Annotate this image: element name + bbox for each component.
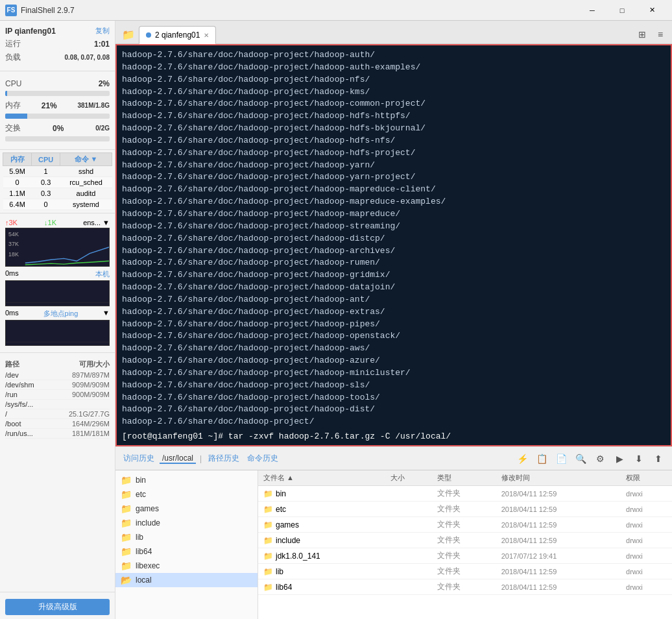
folder-button[interactable]: 📁 [118,25,139,43]
terminal-toolbar: 访问历史 /usr/local | 路径历史 命令历史 ⚡ 📋 📄 🔍 ⚙ ▶ … [115,446,672,470]
fm-folder-item[interactable]: 📁bin [115,473,258,487]
disk-row: /dev897M/897M [5,370,110,380]
terminal-line: hadoop-2.7.6/share/doc/hadoop-project/ha… [122,208,666,221]
tab-label: 2 qianfeng01 [155,30,200,40]
terminal-line: hadoop-2.7.6/share/doc/hadoop-project/ha… [122,269,666,282]
lightning-button[interactable]: ⚡ [514,450,531,467]
fm-file-perm: drwxi [621,486,672,502]
ip-section: IP qianfeng01 复制 运行 1:01 负载 0.08, 0.07, … [0,21,115,68]
fm-file-date: 2018/04/11 12:59 [496,502,621,517]
fm-file-date: 2017/07/12 19:41 [496,548,621,564]
proc-col-cpu[interactable]: CPU [32,153,60,166]
settings-button[interactable]: ⚙ [592,450,608,467]
maximize-button[interactable]: □ [607,0,637,21]
copy-tb-button[interactable]: 📋 [533,450,550,467]
fm-file-row[interactable]: 📁lib 文件夹 2018/04/11 12:59 drwxi [258,564,672,579]
fm-file-name: 📁bin [258,486,385,502]
fm-col-name[interactable]: 文件名 ▲ [258,470,385,486]
upgrade-button[interactable]: 升级高级版 [5,599,110,615]
fm-file-type: 文件夹 [432,517,496,533]
fm-folder-item[interactable]: 📁lib64 [115,544,258,559]
fm-file-row[interactable]: 📁etc 文件夹 2018/04/11 12:59 drwxi [258,502,672,517]
path-history-link[interactable]: 路径历史 [206,453,242,464]
disk-col-size: 可用/大小 [79,359,110,369]
net-interface: ens... ▼ [83,219,110,226]
folder-icon: 📁 [121,561,132,571]
fm-file-type: 文件夹 [432,502,496,517]
fm-file-row[interactable]: 📁jdk1.8.0_141 文件夹 2017/07/12 19:41 drwxi [258,548,672,564]
fm-file-row[interactable]: 📁lib64 文件夹 2018/04/11 12:59 drwxi [258,579,672,595]
terminal-line: hadoop-2.7.6/share/doc/hadoop-project/ha… [122,380,666,392]
fm-file-row[interactable]: 📁include 文件夹 2018/04/11 12:59 drwxi [258,533,672,548]
search-button[interactable]: 🔍 [572,450,589,467]
tab-qianfeng01[interactable]: 2 qianfeng01 ✕ [139,26,216,44]
proc-cmd: systemd [60,199,112,210]
folder-icon: 📁 [121,532,132,542]
fm-folder-item[interactable]: 📁include [115,516,258,530]
copy-button[interactable]: 复制 [95,26,110,36]
fm-folder-item[interactable]: 📁libexec [115,559,258,573]
proc-col-mem[interactable]: 内存 [3,153,32,166]
fm-folder-item[interactable]: 📁lib [115,530,258,544]
fm-file-size [385,533,432,548]
fm-col-type[interactable]: 类型 [432,470,496,486]
content-area: 📁 2 qianfeng01 ✕ ⊞ ≡ hadoop-2.7.6/share/… [115,21,672,619]
download-button[interactable]: ⬇ [630,450,647,467]
access-history-link[interactable]: 访问历史 [121,453,157,464]
terminal-line: hadoop-2.7.6/share/doc/hadoop-project/ha… [122,319,666,331]
process-table: 内存 CPU 命令 ▼ 5.9M 1 sshd 0 0.3 rcu_sched … [3,152,112,210]
proc-cmd: rcu_sched [60,177,112,188]
fm-col-date[interactable]: 修改时间 [496,470,621,486]
fm-file-name: 📁etc [258,502,385,517]
fm-folder-item[interactable]: 📂local [115,573,258,587]
table-row: 6.4M 0 systemd [3,199,112,210]
terminal-line: hadoop-2.7.6/share/doc/hadoop-project/ha… [122,160,666,172]
terminal-line: hadoop-2.7.6/share/doc/hadoop-project/ha… [122,49,666,62]
current-path[interactable]: /usr/local [160,454,196,464]
terminal-line: hadoop-2.7.6/share/doc/hadoop-project/ha… [122,392,666,404]
multiping-chevron[interactable]: ▼ [102,309,110,319]
fm-file-size [385,564,432,579]
minimize-button[interactable]: ─ [577,0,607,21]
play-button[interactable]: ▶ [611,450,628,467]
tab-close-icon[interactable]: ✕ [204,32,209,39]
file-manager: 📁bin📁etc📁games📁include📁lib📁lib64📁libexec… [115,470,672,619]
fm-file-row[interactable]: 📁games 文件夹 2018/04/11 12:59 drwxi [258,517,672,533]
fm-file-size [385,548,432,564]
folder-icon: 📁 [121,546,132,557]
folder-icon: 📁 [121,475,132,485]
paste-button[interactable]: 📄 [553,450,570,467]
terminal-line: hadoop-2.7.6/share/doc/hadoop-project/ha… [122,257,666,269]
proc-cpu: 0.3 [32,177,60,188]
net-graph: 54K 37K 18K [5,228,110,267]
terminal[interactable]: hadoop-2.7.6/share/doc/hadoop-project/ha… [115,44,672,446]
fm-file-type: 文件夹 [432,579,496,595]
proc-col-cmd[interactable]: 命令 ▼ [60,153,112,166]
fm-left-panel: 📁bin📁etc📁games📁include📁lib📁lib64📁libexec… [115,470,258,619]
fm-col-perm[interactable]: 权限 [621,470,672,486]
disk-row: /dev/shm909M/909M [5,380,110,390]
folder-icon: 📁 [121,504,132,514]
close-button[interactable]: ✕ [637,0,667,21]
cmd-history-link[interactable]: 命令历史 [245,453,281,464]
fm-file-row[interactable]: 📁bin 文件夹 2018/04/11 12:59 drwxi [258,486,672,502]
terminal-line: hadoop-2.7.6/share/doc/hadoop-project/ha… [122,330,666,343]
titlebar: FS FinalShell 2.9.7 ─ □ ✕ [0,0,672,21]
terminal-line: hadoop-2.7.6/share/doc/hadoop-project/ha… [122,294,666,306]
list-view-button[interactable]: ≡ [651,25,669,43]
fm-folder-item[interactable]: 📁games [115,502,258,516]
disk-row: /25.1G/27.7G [5,409,110,419]
multiping-type: 多地点ping [43,309,78,319]
proc-cpu: 0 [32,199,60,210]
fm-col-size[interactable]: 大小 [385,470,432,486]
folder-icon: 📁 [121,489,132,500]
fm-right-panel: 文件名 ▲ 大小 类型 修改时间 权限 📁bin 文件夹 2018/04/11 … [258,470,672,619]
terminal-line: hadoop-2.7.6/share/doc/hadoop-project/ha… [122,86,666,99]
fm-folder-item[interactable]: 📁etc [115,487,258,502]
fm-file-size [385,517,432,533]
terminal-line: hadoop-2.7.6/share/doc/hadoop-project/ha… [122,184,666,196]
fm-file-date: 2018/04/11 12:59 [496,517,621,533]
upload-button[interactable]: ⬆ [650,450,667,467]
grid-view-button[interactable]: ⊞ [633,25,651,43]
svg-text:37K: 37K [8,241,19,247]
